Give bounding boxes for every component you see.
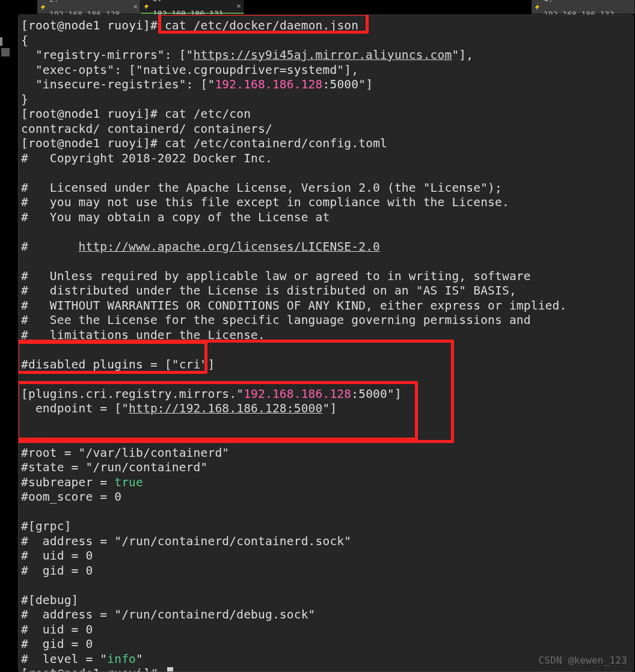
- watermark: CSDN @kewen_123: [539, 653, 628, 668]
- bolt-icon: [534, 4, 541, 11]
- close-icon[interactable]: ×: [133, 0, 138, 14]
- gutter-box: [1, 48, 10, 57]
- cursor: [167, 667, 173, 672]
- cmd-cat-daemon: cat /etc/docker/daemon.json: [165, 19, 358, 32]
- close-icon[interactable]: ×: [236, 0, 241, 14]
- tabbar-left-spacer: [0, 0, 37, 14]
- gutter-mark: [0, 37, 2, 46]
- terminal-output: [root@node1 ruoyi]# cat /etc/docker/daem…: [19, 15, 633, 672]
- bolt-icon: [40, 4, 47, 11]
- cmd-cat-con: cat /etc/con: [165, 107, 251, 121]
- left-gutter: [0, 14, 17, 672]
- tab-session-1[interactable]: 2. 192.168.186.128 ×: [37, 0, 141, 14]
- terminal[interactable]: [root@node1 ruoyi]# cat /etc/docker/daem…: [18, 14, 634, 672]
- tab-session-2[interactable]: 3. 192.168.186.131 ×: [141, 0, 244, 14]
- bolt-icon: [143, 3, 150, 10]
- tab-bar: 2. 192.168.186.128 × 3. 192.168.186.131 …: [0, 0, 635, 14]
- disabled-plugins-line: #disabled_plugins = ["cri"]: [21, 358, 215, 371]
- work-area: [root@node1 ruoyi]# cat /etc/docker/daem…: [0, 14, 635, 672]
- tab-session-3[interactable]: 4. 192.168.186.132: [532, 0, 635, 14]
- cmd-cat-toml: cat /etc/containerd/config.toml: [165, 136, 387, 150]
